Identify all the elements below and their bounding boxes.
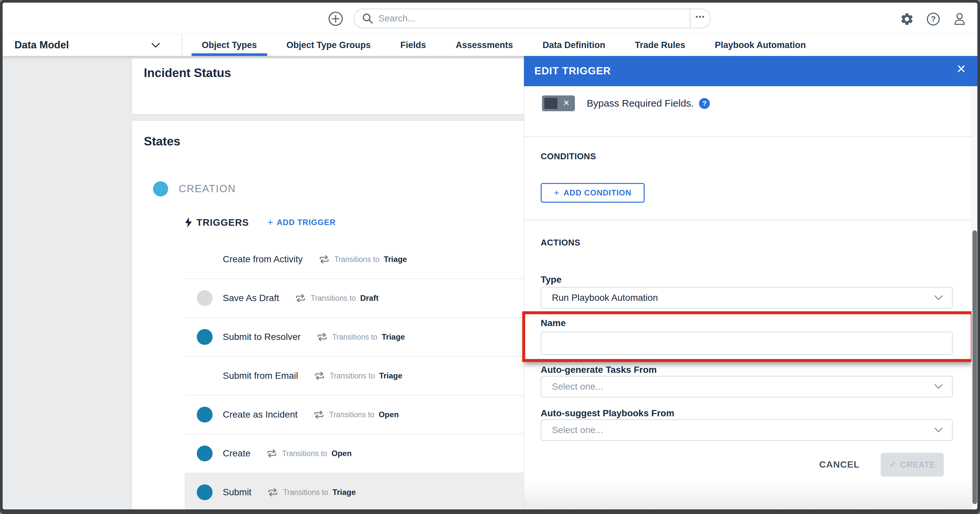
search-input[interactable] xyxy=(379,13,690,24)
tab-data-definition[interactable]: Data Definition xyxy=(528,34,620,56)
name-label: Name xyxy=(541,318,566,328)
transition-info: Transitions to Triage xyxy=(267,488,356,497)
panel-title: EDIT TRIGGER xyxy=(535,65,611,77)
triggers-title: TRIGGERS xyxy=(196,217,249,228)
trigger-state-dot xyxy=(197,290,213,306)
top-bar-actions: ? xyxy=(899,11,967,27)
tab-playbook-automation[interactable]: Playbook Automation xyxy=(700,34,821,56)
search-icon xyxy=(362,13,373,24)
transition-info: Transitions to Triage xyxy=(314,371,402,380)
top-bar: ••• ? xyxy=(3,3,977,34)
panel-bottom-fade xyxy=(524,481,972,509)
transition-info: Transitions to Open xyxy=(266,449,352,458)
transitions-to-label: Transitions to xyxy=(311,294,356,303)
trigger-name: Create as Incident xyxy=(223,409,298,420)
transitions-to-label: Transitions to xyxy=(334,255,379,264)
auto-suggest-playbooks-select[interactable]: Select one... xyxy=(541,419,953,441)
transition-target: Open xyxy=(331,449,352,458)
plus-circle-icon xyxy=(328,11,344,27)
trigger-name: Submit from Email xyxy=(223,371,298,381)
close-icon[interactable]: ✕ xyxy=(956,63,966,75)
bypass-required-fields-label: Bypass Required Fields. xyxy=(587,98,694,109)
create-button[interactable]: ✓ CREATE xyxy=(881,453,944,476)
question-icon[interactable]: ? xyxy=(699,98,710,109)
transition-info: Transitions to Triage xyxy=(317,333,405,342)
type-select-value: Run Playbook Automation xyxy=(552,293,934,303)
transition-arrows-icon xyxy=(266,449,277,458)
add-trigger-button[interactable]: + ADD TRIGGER xyxy=(267,217,336,228)
scrollbar-track[interactable] xyxy=(972,86,977,509)
tab-assessments[interactable]: Assessments xyxy=(441,34,528,56)
create-new-button[interactable] xyxy=(328,11,344,27)
checkmark-icon: ✓ xyxy=(889,460,896,469)
app-window: ••• ? Data Model Object Types Object Typ… xyxy=(3,3,977,509)
transitions-to-label: Transitions to xyxy=(332,333,377,342)
trigger-name: Submit to Resolver xyxy=(223,332,301,342)
toggle-off-x-icon: ✕ xyxy=(563,99,570,108)
conditions-heading: CONDITIONS xyxy=(541,151,596,162)
tab-object-type-groups[interactable]: Object Type Groups xyxy=(272,34,386,56)
add-condition-button[interactable]: + ADD CONDITION xyxy=(541,183,645,203)
user-menu-button[interactable] xyxy=(952,11,967,27)
transition-target: Triage xyxy=(332,488,356,497)
state-creation[interactable]: CREATION xyxy=(153,181,236,196)
help-icon: ? xyxy=(926,12,940,26)
page-title: Incident Status xyxy=(144,66,231,80)
transition-arrows-icon xyxy=(317,333,328,342)
search-bar: ••• xyxy=(353,8,711,28)
type-select[interactable]: Run Playbook Automation xyxy=(541,287,953,309)
cancel-button[interactable]: CANCEL xyxy=(819,459,859,470)
transition-info: Transitions to Draft xyxy=(295,294,379,303)
states-section-title: States xyxy=(144,135,180,148)
trigger-name: Create from Activity xyxy=(223,254,303,264)
transition-arrows-icon xyxy=(318,255,330,264)
trigger-name: Save As Draft xyxy=(223,293,279,303)
transitions-to-label: Transitions to xyxy=(283,488,328,497)
name-input[interactable] xyxy=(541,332,953,355)
state-creation-dot xyxy=(153,181,168,196)
transition-info: Transitions to Open xyxy=(313,410,399,419)
auto-generate-tasks-label: Auto-generate Tasks From xyxy=(541,364,657,375)
add-trigger-label: ADD TRIGGER xyxy=(277,218,336,227)
chevron-down-icon xyxy=(934,384,943,389)
transitions-to-label: Transitions to xyxy=(329,411,374,419)
chevron-down-icon xyxy=(151,43,160,49)
tab-fields[interactable]: Fields xyxy=(386,34,441,56)
transition-arrows-icon xyxy=(314,371,325,380)
transition-target: Open xyxy=(379,410,399,419)
svg-text:?: ? xyxy=(931,14,936,23)
plus-icon: + xyxy=(267,217,274,228)
transition-target: Triage xyxy=(384,255,407,264)
triggers-header: TRIGGERS + ADD TRIGGER xyxy=(185,217,336,228)
gear-icon xyxy=(900,12,914,26)
transition-info: Transitions to Triage xyxy=(318,255,407,264)
data-model-label: Data Model xyxy=(14,39,69,51)
transition-target: Triage xyxy=(379,371,402,380)
auto-suggest-playbooks-placeholder: Select one... xyxy=(552,425,934,435)
lightning-icon xyxy=(185,217,192,228)
transitions-to-label: Transitions to xyxy=(282,449,327,458)
tab-trade-rules[interactable]: Trade Rules xyxy=(620,34,700,56)
transition-arrows-icon xyxy=(267,488,278,497)
toggle-knob xyxy=(544,98,557,109)
auto-generate-tasks-select[interactable]: Select one... xyxy=(541,376,953,398)
transition-target: Triage xyxy=(382,333,405,342)
auto-generate-tasks-placeholder: Select one... xyxy=(552,381,934,392)
panel-footer: CANCEL ✓ CREATE xyxy=(819,453,944,476)
user-icon xyxy=(952,12,967,26)
edit-trigger-panel: ✕ Bypass Required Fields. ? CONDITIONS +… xyxy=(524,86,972,509)
tab-object-types[interactable]: Object Types xyxy=(187,34,272,56)
help-button[interactable]: ? xyxy=(925,11,941,27)
trigger-state-dot xyxy=(197,329,213,345)
divider xyxy=(524,220,972,220)
browser-window-frame: ••• ? Data Model Object Types Object Typ… xyxy=(0,0,980,514)
bypass-toggle[interactable]: ✕ xyxy=(542,95,575,111)
trigger-state-dot xyxy=(197,484,213,500)
create-button-label: CREATE xyxy=(900,460,935,469)
chevron-down-icon xyxy=(934,295,943,301)
scrollbar-thumb[interactable] xyxy=(972,230,977,504)
search-more-button[interactable]: ••• xyxy=(690,9,710,28)
data-model-selector[interactable]: Data Model xyxy=(3,34,182,56)
settings-button[interactable] xyxy=(899,11,915,27)
type-label: Type xyxy=(541,274,562,285)
